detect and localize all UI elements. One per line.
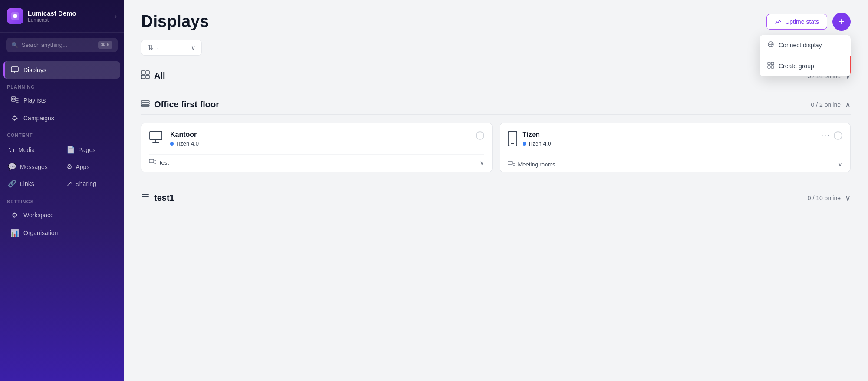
group-all-icon	[141, 70, 150, 81]
sidebar: Lumicast Demo Lumicast › 🔍 Search anythi…	[0, 0, 124, 381]
connect-display-item[interactable]: Connect display	[760, 35, 851, 56]
content-items-grid: 🗂 Media 📄 Pages 💬 Messages ⚙ Apps 🔗 Link…	[3, 141, 120, 192]
messages-icon: 💬	[8, 162, 16, 171]
create-group-item[interactable]: Create group	[760, 56, 851, 76]
plus-icon: +	[839, 16, 845, 27]
group-office-name: Office first floor	[154, 99, 811, 109]
brand-info: Lumicast Demo Lumicast	[28, 10, 110, 23]
tizen-actions: ···	[821, 131, 842, 140]
dropdown-menu: Connect display Create group	[760, 35, 851, 76]
svg-rect-3	[11, 97, 16, 101]
kantoor-name: Kantoor	[170, 131, 457, 139]
kantoor-status-dot	[170, 142, 174, 146]
tizen-playlist-icon	[508, 161, 515, 168]
kantoor-actions: ···	[463, 131, 484, 140]
group-header-office: Office first floor 0 / 2 online ∧	[141, 93, 851, 115]
uptime-stats-button[interactable]: Uptime stats	[766, 14, 827, 30]
kantoor-checkbox[interactable]	[476, 131, 484, 140]
create-group-icon	[767, 62, 774, 70]
sidebar-item-organisation[interactable]: 📊 Organisation	[3, 224, 120, 242]
kantoor-more-button[interactable]: ···	[463, 131, 472, 140]
sidebar-item-apps-label: Apps	[76, 163, 90, 170]
svg-rect-16	[141, 103, 149, 104]
search-bar[interactable]: 🔍 Search anything... ⌘ K	[6, 38, 118, 52]
settings-section-label: Settings	[0, 194, 124, 206]
uptime-stats-icon	[775, 18, 782, 25]
svg-point-5	[13, 116, 16, 120]
filter-icon: ⇅	[148, 43, 153, 52]
tizen-os: Tizen 4.0	[528, 140, 551, 147]
svg-rect-13	[141, 75, 145, 79]
tizen-status-dot	[523, 142, 526, 146]
sidebar-header: Lumicast Demo Lumicast ›	[0, 0, 124, 33]
svg-rect-18	[150, 131, 162, 140]
svg-rect-8	[771, 62, 774, 65]
group-all-name: All	[154, 71, 808, 81]
search-placeholder: Search anything...	[22, 42, 67, 48]
media-icon: 🗂	[8, 146, 15, 154]
sidebar-expand-icon[interactable]: ›	[115, 13, 117, 20]
kantoor-monitor-icon	[149, 131, 165, 148]
sidebar-item-sharing-label: Sharing	[76, 180, 96, 187]
tizen-footer: Meeting rooms ∨	[508, 156, 843, 172]
sidebar-item-pages[interactable]: 📄 Pages	[62, 141, 121, 158]
sidebar-item-apps[interactable]: ⚙ Apps	[62, 158, 121, 175]
sidebar-item-campaigns[interactable]: Campaigns	[3, 109, 120, 127]
group-office-icon	[141, 99, 150, 110]
tizen-status: Tizen 4.0	[523, 140, 816, 147]
sidebar-item-media-label: Media	[18, 146, 35, 153]
group-header-all: All 3 / 14 online ∨	[141, 64, 851, 86]
sidebar-item-messages-label: Messages	[20, 163, 48, 170]
group-test1-count: 0 / 10 online	[808, 195, 841, 202]
workspace-icon: ⚙	[10, 211, 19, 219]
displays-grid: Kantoor Tizen 4.0 ···	[141, 116, 851, 179]
group-test1-name: test1	[154, 193, 808, 203]
group-test1-expand-icon[interactable]: ∨	[845, 193, 851, 203]
sidebar-item-campaigns-label: Campaigns	[23, 115, 54, 122]
search-shortcut: ⌘ K	[98, 41, 112, 49]
planning-section-label: Planning	[0, 79, 124, 91]
kantoor-status: Tizen 4.0	[170, 140, 457, 147]
kantoor-os: Tizen 4.0	[176, 140, 199, 147]
group-office-expand-icon[interactable]: ∧	[845, 100, 851, 109]
kantoor-playlist-chevron[interactable]: ∨	[480, 159, 484, 166]
add-button[interactable]: +	[832, 13, 851, 31]
displays-icon	[10, 66, 19, 74]
app-name: Lumicast Demo	[28, 10, 110, 17]
filter-chevron-icon: ∨	[191, 44, 195, 51]
search-icon: 🔍	[11, 42, 18, 48]
kantoor-footer: test ∨	[149, 154, 484, 170]
sharing-icon: ↗	[66, 179, 72, 188]
sidebar-item-playlists-label: Playlists	[23, 97, 46, 104]
sidebar-item-links[interactable]: 🔗 Links	[3, 175, 62, 192]
sidebar-item-organisation-label: Organisation	[23, 229, 58, 236]
sidebar-item-workspace[interactable]: ⚙ Workspace	[3, 206, 120, 224]
filter-select[interactable]: ⇅ - ∨	[141, 40, 202, 56]
sidebar-item-links-label: Links	[20, 180, 34, 187]
create-group-label: Create group	[779, 63, 814, 70]
tizen-card-header: Tizen Tizen 4.0 ···	[508, 131, 843, 150]
sidebar-item-messages[interactable]: 💬 Messages	[3, 158, 62, 175]
svg-rect-9	[768, 66, 770, 68]
sidebar-item-sharing[interactable]: ↗ Sharing	[62, 175, 121, 192]
sidebar-item-workspace-label: Workspace	[23, 212, 54, 219]
tizen-checkbox[interactable]	[834, 131, 842, 140]
connect-display-label: Connect display	[779, 42, 822, 49]
tizen-playlist-chevron[interactable]: ∨	[838, 161, 842, 168]
kantoor-playlist-icon	[149, 159, 156, 166]
svg-rect-17	[141, 105, 149, 106]
tizen-info: Tizen Tizen 4.0	[523, 131, 816, 147]
tizen-more-button[interactable]: ···	[821, 131, 830, 140]
sidebar-item-pages-label: Pages	[79, 146, 96, 153]
kantoor-info: Kantoor Tizen 4.0	[170, 131, 457, 147]
sidebar-item-media[interactable]: 🗂 Media	[3, 141, 62, 158]
page-title: Displays	[141, 12, 766, 31]
app-subtitle: Lumicast	[28, 17, 110, 23]
svg-rect-10	[771, 66, 774, 68]
campaigns-icon	[10, 114, 19, 123]
sidebar-item-displays[interactable]: Displays	[3, 61, 120, 79]
organisation-icon: 📊	[10, 229, 19, 237]
groups-container: All 3 / 14 online ∨ Office first floor 0…	[124, 64, 868, 222]
sidebar-item-playlists[interactable]: Playlists	[3, 92, 120, 109]
filter-value: -	[157, 44, 159, 51]
